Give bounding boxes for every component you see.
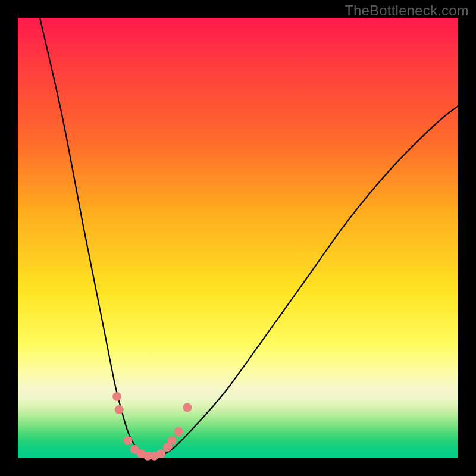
watermark-text: TheBottleneck.com (345, 2, 469, 19)
curve-marker (124, 436, 133, 445)
plot-area (18, 18, 458, 458)
curve-svg (18, 18, 458, 458)
curve-marker (115, 405, 124, 414)
curve-marker (183, 403, 192, 412)
curve-marker (156, 449, 165, 458)
curve-marker (112, 392, 121, 401)
bottleneck-curve (40, 18, 458, 458)
curve-marker (168, 436, 177, 445)
curve-markers (112, 392, 192, 461)
chart-frame: TheBottleneck.com (0, 0, 476, 476)
curve-marker (174, 427, 183, 436)
